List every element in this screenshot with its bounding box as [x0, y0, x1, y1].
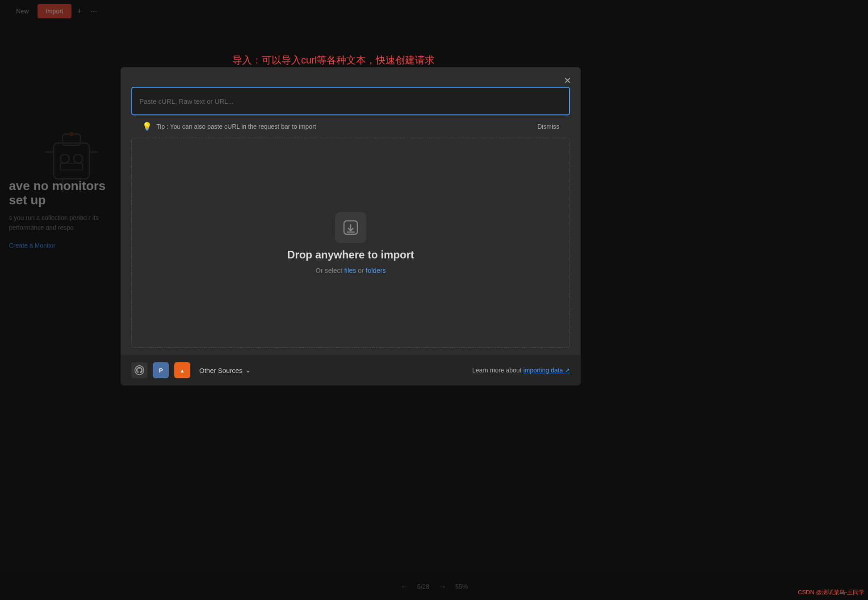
drop-icon	[335, 212, 366, 243]
footer-right-text: Learn more about	[472, 367, 523, 374]
drop-files-link[interactable]: files	[344, 266, 356, 274]
svg-text:P: P	[159, 367, 163, 374]
curl-input-area	[121, 78, 581, 115]
postman-source-icon[interactable]: P	[153, 362, 169, 378]
drop-folders-link[interactable]: folders	[366, 266, 386, 274]
tip-bar: 💡 Tip : You can also paste cURL in the r…	[131, 115, 570, 138]
tip-icon: 💡	[142, 122, 152, 131]
modal-close-button[interactable]: ✕	[561, 74, 574, 87]
orange-source-icon[interactable]: ▲	[174, 362, 190, 378]
csdn-watermark: CSDN @测试菜鸟-王同学	[798, 588, 864, 596]
other-sources-button[interactable]: Other Sources ⌄	[196, 364, 255, 376]
modal-footer: P ▲ Other Sources ⌄ Learn more about imp…	[121, 355, 581, 385]
dismiss-button[interactable]: Dismiss	[537, 123, 559, 130]
drop-zone-subtitle: Or select files or folders	[315, 266, 386, 274]
footer-right: Learn more about importing data ↗	[472, 367, 570, 374]
annotation-text: 导入：可以导入curl等各种文本，快速创建请求	[232, 54, 435, 67]
svg-text:▲: ▲	[180, 368, 185, 373]
github-source-icon[interactable]	[131, 362, 147, 378]
drop-zone[interactable]: Drop anywhere to import Or select files …	[131, 138, 570, 348]
curl-input[interactable]	[131, 87, 570, 115]
drop-subtitle-prefix: Or select	[315, 266, 344, 274]
drop-zone-title: Drop anywhere to import	[287, 249, 414, 261]
importing-data-link[interactable]: importing data ↗	[523, 367, 570, 374]
import-modal: ✕ 💡 Tip : You can also paste cURL in the…	[121, 67, 581, 385]
chevron-down-icon: ⌄	[245, 366, 251, 374]
tip-content: 💡 Tip : You can also paste cURL in the r…	[142, 122, 316, 131]
modal-header: ✕	[121, 67, 581, 78]
footer-sources: P ▲ Other Sources ⌄	[131, 362, 255, 378]
drop-subtitle-middle: or	[356, 266, 366, 274]
other-sources-label: Other Sources	[199, 367, 243, 374]
tip-text: Tip : You can also paste cURL in the req…	[156, 123, 316, 130]
